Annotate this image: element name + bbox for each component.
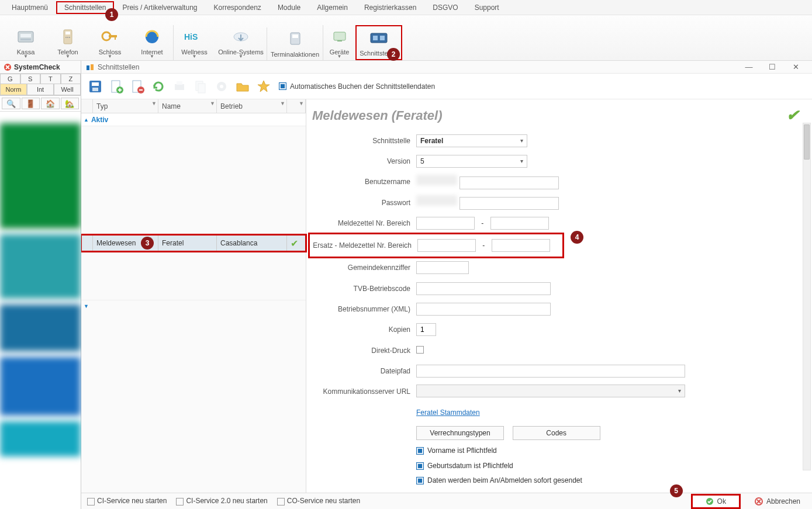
menu-module[interactable]: Module	[269, 1, 309, 14]
ribbon-kassa[interactable]: Kassa▼	[5, 25, 47, 60]
toolbar-favorite[interactable]	[254, 77, 273, 96]
window-maximize[interactable]: ☐	[761, 63, 784, 71]
ribbon-schloss[interactable]: Schloss▼	[89, 25, 131, 60]
select-schnittstelle[interactable]: Feratel	[416, 134, 527, 147]
ribbon-geraete[interactable]: Geräte▼	[323, 25, 355, 60]
cash-register-icon	[5, 25, 47, 49]
grid-cell-name: Feratel	[158, 235, 217, 251]
svg-rect-34	[198, 84, 205, 93]
toolbar-delete[interactable]	[128, 77, 147, 96]
grid-group-collapsed[interactable]: ▼	[81, 300, 306, 311]
badge-5: 5	[670, 484, 683, 497]
home-icon: 🏡	[65, 99, 74, 108]
input-benutzername[interactable]	[459, 176, 559, 189]
input-pfad[interactable]	[416, 365, 685, 378]
svg-rect-26	[92, 88, 98, 91]
checkbox-sofort[interactable]	[416, 477, 424, 484]
input-ersatz-to[interactable]	[492, 239, 550, 252]
syscheck-house-exit-button[interactable]: 🏠	[41, 98, 60, 109]
ribbon-wellness[interactable]: HiS Wellness▼	[173, 25, 215, 60]
input-mz-to[interactable]	[490, 217, 549, 230]
link-feratel-stammdaten[interactable]: Feratel Stammdaten	[416, 408, 480, 417]
input-ersatz-from[interactable]	[417, 239, 476, 252]
ribbon: Kassa▼ Telefon▼ Schloss▼ Internet▼ HiS W…	[0, 15, 812, 61]
select-kom-url[interactable]	[416, 385, 685, 397]
filter-icon[interactable]: ▼	[299, 101, 304, 106]
filter-icon[interactable]: ▼	[151, 101, 157, 106]
input-gkz[interactable]	[416, 261, 469, 274]
syscheck-tab-g[interactable]: G	[0, 74, 20, 84]
checkbox-icon	[279, 82, 286, 90]
syscheck-home-button[interactable]: 🏡	[61, 98, 80, 109]
input-kopien[interactable]	[416, 323, 436, 336]
toolbar-save[interactable]	[86, 77, 105, 96]
grid-group-aktiv[interactable]: ▲ Aktiv	[81, 113, 306, 126]
footer-ci2-restart[interactable]: CI-Service 2.0 neu starten	[176, 497, 267, 505]
checkbox-geburtsdatum[interactable]	[416, 462, 424, 470]
menu-preis[interactable]: Preis / Artikelverwaltung	[114, 1, 205, 14]
checkbox-direkt[interactable]	[416, 346, 424, 354]
grid-col-betrieb[interactable]: Betrieb▼	[217, 99, 287, 113]
menu-korrespondenz[interactable]: Korrespondenz	[205, 1, 269, 14]
form-scrollbar[interactable]	[803, 123, 811, 470]
form-title: Meldewesen (Feratel)	[312, 108, 443, 123]
menu-allgemein[interactable]: Allgemein	[309, 1, 356, 14]
syscheck-tab-s[interactable]: S	[20, 74, 41, 84]
syscheck-tab-well[interactable]: Well	[54, 84, 81, 95]
grid-col-typ[interactable]: Typ▼	[93, 99, 158, 113]
input-bnr[interactable]	[416, 303, 551, 316]
svg-point-6	[67, 37, 68, 38]
syscheck-search-button[interactable]: 🔍	[2, 98, 20, 109]
syscheck-tab-z[interactable]: Z	[61, 74, 81, 84]
menu-hauptmenu[interactable]: Hauptmenü	[4, 1, 56, 14]
toolbar-auto-checkbox[interactable]: Automatisches Buchen der Schnittstellend…	[279, 82, 435, 91]
filter-icon[interactable]: ▼	[280, 101, 285, 106]
select-version[interactable]: 5	[416, 155, 527, 168]
filter-icon[interactable]: ▼	[210, 101, 215, 106]
phone-icon	[47, 25, 89, 49]
dash: -	[478, 241, 489, 250]
label-schnittstelle: Schnittstelle	[311, 137, 416, 145]
ribbon-telefon[interactable]: Telefon▼	[47, 25, 89, 60]
input-tvb[interactable]	[416, 282, 551, 295]
window-close[interactable]: ✕	[784, 63, 807, 71]
window-minimize[interactable]: —	[737, 63, 761, 71]
menu-support[interactable]: Support	[467, 1, 507, 14]
ribbon-internet[interactable]: Internet▼	[131, 25, 173, 60]
input-passwort[interactable]	[459, 197, 559, 210]
button-codes[interactable]: Codes	[513, 426, 600, 440]
footer-co-restart[interactable]: CO-Service neu starten	[277, 497, 360, 505]
grid-col-check[interactable]: ▼	[287, 99, 306, 113]
window-icon	[86, 63, 94, 71]
syscheck-door-button[interactable]: 🚪	[22, 98, 40, 109]
menu-registrierkassen[interactable]: Registrierkassen	[356, 1, 424, 14]
ribbon-online-systems[interactable]: Online-Systems▼	[215, 25, 267, 60]
toolbar-settings[interactable]	[212, 77, 231, 96]
grid-col-name[interactable]: Name▼	[158, 99, 217, 113]
footer-ci-restart[interactable]: CI-Service neu starten	[87, 497, 167, 505]
svg-point-7	[69, 37, 70, 38]
svg-rect-10	[115, 35, 116, 40]
checkbox-vorname[interactable]	[416, 447, 424, 455]
toolbar-folder[interactable]	[233, 77, 252, 96]
toolbar-refresh[interactable]	[149, 77, 168, 96]
cancel-button[interactable]: Abbrechen	[749, 495, 806, 508]
svg-point-36	[220, 85, 223, 88]
toolbar-new[interactable]	[107, 77, 126, 96]
menu-dsgvo[interactable]: DSGVO	[424, 1, 466, 14]
syscheck-tab-int[interactable]: Int	[27, 84, 54, 95]
label-benutzername: Benutzername	[311, 178, 416, 186]
input-mz-from[interactable]	[416, 217, 475, 230]
syscheck-tab-norm[interactable]: Norm	[0, 84, 27, 95]
label-tvb: TVB-Betriebscode	[311, 285, 416, 293]
ribbon-terminalaktionen[interactable]: Terminalaktionen	[267, 27, 323, 60]
grid-row-selected[interactable]: Meldewesen Feratel Casablanca ✔	[81, 235, 306, 251]
button-verrechnungstypen[interactable]: Verrechnungstypen	[416, 426, 504, 440]
toolbar-print[interactable]	[170, 77, 189, 96]
ok-button[interactable]: Ok	[692, 495, 740, 508]
syscheck-tab-t[interactable]: T	[40, 74, 61, 84]
toolbar-copy[interactable]	[191, 77, 210, 96]
svg-rect-31	[175, 84, 184, 90]
label-gkz: Gemeindekennziffer	[311, 264, 416, 272]
svg-rect-25	[92, 82, 99, 86]
